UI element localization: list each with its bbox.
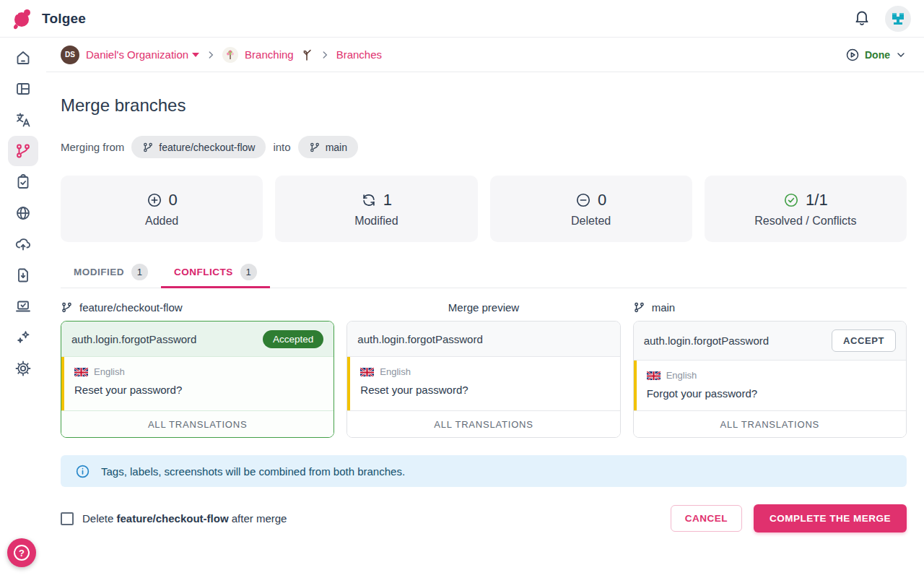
sidebar-item-tasks[interactable] — [8, 167, 38, 197]
target-branch-chip[interactable]: main — [298, 136, 358, 158]
tab-conflicts[interactable]: CONFLICTS 1 — [161, 256, 270, 288]
tasks-icon — [14, 173, 32, 191]
info-icon — [75, 464, 90, 479]
key-name: auth.login.forgotPassword — [357, 333, 482, 345]
conflict-cards: auth.login.forgotPassword Accepted Engli… — [61, 321, 907, 438]
tab-conflicts-count: 1 — [240, 264, 257, 280]
board-icon — [14, 80, 32, 98]
brand[interactable]: Tolgee — [10, 7, 86, 31]
sidebar-item-home[interactable] — [8, 43, 38, 73]
project-avatar — [222, 47, 238, 63]
play-circle-icon — [845, 48, 860, 62]
target-branch-name: main — [326, 142, 347, 153]
sidebar-item-branches[interactable] — [8, 136, 38, 166]
accepted-badge: Accepted — [263, 330, 323, 348]
sidebar — [0, 38, 46, 578]
conflict-card-preview: auth.login.forgotPassword English Reset … — [346, 321, 620, 438]
cloud-upload-icon — [14, 236, 32, 253]
translation-text: Forgot your password? — [647, 387, 894, 400]
translation-text: Reset your password? — [360, 384, 608, 396]
merging-from-label: Merging from — [61, 141, 124, 153]
tab-modified-count: 1 — [131, 264, 148, 280]
stat-label-added: Added — [145, 215, 178, 228]
settings-icon — [14, 360, 32, 377]
sidebar-item-settings[interactable] — [8, 353, 38, 384]
brand-name: Tolgee — [42, 11, 86, 27]
laptop-check-icon — [14, 298, 32, 315]
all-translations-button[interactable]: ALL TRANSLATIONS — [61, 410, 334, 437]
file-download-icon — [14, 267, 32, 284]
sidebar-item-languages[interactable] — [8, 198, 38, 228]
cancel-button[interactable]: CANCEL — [671, 505, 742, 532]
source-branch-chip[interactable]: feature/checkout-flow — [131, 136, 266, 158]
state-filter-dropdown[interactable]: Done — [845, 48, 907, 62]
sidebar-item-ai[interactable] — [8, 322, 38, 353]
question-mark-icon: ? — [14, 545, 30, 561]
key-name: auth.login.forgotPassword — [644, 335, 769, 347]
user-avatar[interactable] — [885, 6, 911, 32]
uk-flag-icon — [74, 367, 88, 376]
chevron-right-icon — [206, 50, 216, 60]
merge-from-into-row: Merging from feature/checkout-flow into … — [61, 136, 907, 158]
sidebar-item-integrate[interactable] — [8, 291, 38, 322]
all-translations-button[interactable]: ALL TRANSLATIONS — [634, 410, 906, 437]
key-name: auth.login.forgotPassword — [71, 333, 196, 345]
home-icon — [14, 49, 32, 66]
language-name: English — [380, 366, 411, 377]
delete-branch-checkbox[interactable] — [61, 512, 74, 525]
info-banner: Tags, labels, screenshots will be combin… — [61, 455, 907, 487]
stat-value-resolved: 1/1 — [806, 191, 828, 210]
notifications-bell-icon[interactable] — [853, 9, 871, 29]
branch-icon — [309, 142, 321, 153]
all-translations-button[interactable]: ALL TRANSLATIONS — [347, 410, 619, 437]
stat-card-deleted: 0 Deleted — [490, 176, 692, 242]
column-header-preview: Merge preview — [346, 301, 620, 314]
chevron-right-icon — [320, 50, 330, 60]
conflict-stripe — [634, 361, 637, 410]
complete-merge-button[interactable]: COMPLETE THE MERGE — [754, 504, 907, 532]
branch-icon — [142, 142, 154, 153]
stat-value-modified: 1 — [383, 191, 392, 210]
help-button[interactable]: ? — [7, 538, 36, 567]
blossom-tree-icon — [225, 49, 236, 61]
branch-icon — [61, 301, 73, 314]
breadcrumb-organization[interactable]: Daniel's Organization — [86, 48, 199, 61]
tab-modified[interactable]: MODIFIED 1 — [61, 256, 161, 288]
breadcrumb-project[interactable]: Branching — [245, 48, 294, 61]
stat-label-deleted: Deleted — [571, 215, 611, 228]
refresh-icon — [361, 192, 377, 208]
diff-tabs: MODIFIED 1 CONFLICTS 1 — [61, 256, 907, 288]
chevron-down-icon — [895, 49, 907, 61]
translate-icon — [14, 111, 32, 129]
breadcrumb-branches[interactable]: Branches — [336, 48, 382, 61]
minus-circle-icon — [575, 192, 591, 208]
delete-branch-name: feature/checkout-flow — [117, 512, 229, 525]
language-name: English — [94, 366, 125, 377]
stat-label-modified: Modified — [354, 215, 398, 228]
sidebar-item-export[interactable] — [8, 260, 38, 290]
stat-card-resolved: 1/1 Resolved / Conflicts — [705, 176, 907, 242]
page-title: Merge branches — [61, 95, 907, 116]
column-headers: feature/checkout-flow Merge preview main — [61, 301, 907, 314]
source-branch-name: feature/checkout-flow — [159, 142, 255, 153]
stat-label-resolved: Resolved / Conflicts — [754, 215, 856, 228]
sidebar-item-translations[interactable] — [8, 105, 38, 135]
stat-card-modified: 1 Modified — [275, 176, 477, 242]
avatar-pixel-art — [889, 10, 907, 27]
column-header-source: feature/checkout-flow — [61, 301, 334, 314]
org-avatar[interactable]: DS — [61, 46, 79, 64]
stat-card-added: 0 Added — [61, 176, 263, 242]
caret-down-icon — [192, 53, 199, 57]
merge-stats: 0 Added 1 Modified — [61, 176, 907, 242]
plus-circle-icon — [147, 192, 162, 208]
accept-button[interactable]: ACCEPT — [832, 329, 896, 352]
delete-branch-label: Delete feature/checkout-flow after merge — [82, 512, 287, 525]
sidebar-item-board[interactable] — [8, 74, 38, 104]
translation-text: Reset your password? — [74, 384, 322, 396]
sidebar-item-publish[interactable] — [8, 229, 38, 259]
conflict-stripe — [347, 357, 350, 410]
top-bar: Tolgee — [0, 0, 924, 38]
stat-value-added: 0 — [169, 191, 178, 210]
delete-branch-checkbox-row[interactable]: Delete feature/checkout-flow after merge — [61, 512, 287, 525]
uk-flag-icon — [360, 367, 374, 376]
